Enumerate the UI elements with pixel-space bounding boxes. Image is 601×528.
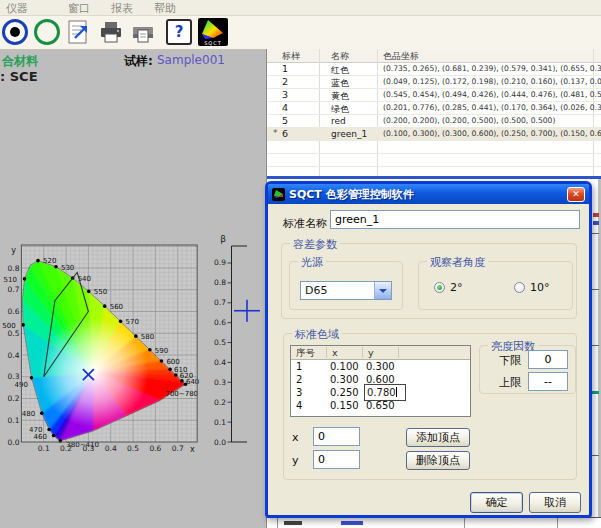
dialog-titlebar[interactable]: SQCT 色彩管理控制软件 ✕	[268, 184, 589, 204]
header-divider	[362, 347, 363, 358]
report-icon[interactable]	[66, 19, 92, 45]
svg-text:x: x	[190, 445, 195, 454]
row-id: 2	[282, 76, 288, 87]
row-id: 5	[282, 115, 288, 126]
chevron-glyph	[379, 289, 387, 293]
row-name: green_1	[331, 129, 367, 139]
svg-text:0.4: 0.4	[214, 358, 226, 367]
svg-text:510: 510	[4, 276, 17, 284]
toolbar: ? SQCT	[0, 16, 601, 50]
table-row[interactable]: 5 red (0.200, 0.200), (0.200, 0.500), (0…	[267, 114, 601, 128]
svg-text:620: 620	[180, 372, 193, 380]
vertex-id: 3	[296, 387, 302, 398]
close-icon[interactable]: ✕	[567, 187, 585, 202]
grid-line	[277, 518, 278, 528]
observer-group: 观察者角度 2° 10°	[418, 261, 573, 310]
vertex-y[interactable]: 0.650	[366, 400, 395, 411]
dialog-title: SQCT 色彩管理控制软件	[289, 187, 414, 202]
svg-text:580: 580	[141, 333, 154, 341]
illuminant-group: 光源 D65	[289, 261, 403, 310]
empty-row	[267, 166, 601, 176]
svg-text:β: β	[220, 234, 226, 244]
observer-10deg-radio[interactable]	[514, 282, 525, 293]
app-window: 仪器 窗口 报表 帮助	[0, 0, 601, 528]
vertex-table[interactable]: 序号 x y 1 0.100 0.300 2 0.300 0.600 3 0.2…	[290, 345, 471, 417]
hidden-grid-line	[592, 289, 599, 290]
y-coord-input[interactable]: 0	[313, 450, 360, 469]
observer-2deg-radio[interactable]	[434, 282, 445, 293]
svg-text:0.2: 0.2	[8, 394, 20, 403]
menu-help[interactable]: 帮助	[154, 1, 176, 16]
hidden-grid-line	[592, 233, 599, 234]
hidden-text-fragment	[593, 213, 599, 217]
delete-vertex-button[interactable]: 删除顶点	[406, 451, 470, 470]
upper-limit-input[interactable]: --	[528, 372, 568, 391]
col-index: 序号	[296, 347, 315, 360]
vertex-x[interactable]: 0.300	[330, 374, 359, 385]
table-row[interactable]: 1 红色 (0.735, 0.265), (0.681, 0.239), (0.…	[267, 62, 601, 76]
target-icon[interactable]	[2, 19, 28, 45]
help-glyph: ?	[175, 23, 184, 41]
vertex-x[interactable]: 0.100	[330, 361, 359, 372]
standard-edit-dialog: SQCT 色彩管理控制软件 ✕ 标准名称： green_1 容差参数 光源 D6…	[265, 181, 592, 518]
table-row[interactable]: 3 黄色 (0.545, 0.454), (0.494, 0.426), (0.…	[267, 88, 601, 102]
print-preview-icon[interactable]	[130, 19, 156, 45]
material-label: 合材料	[2, 53, 38, 70]
illuminant-select[interactable]: D65	[300, 281, 392, 300]
hidden-grid-line	[592, 345, 599, 346]
grid-line	[464, 518, 465, 528]
tolerance-group-label: 容差参数	[290, 237, 340, 252]
chevron-down-icon[interactable]	[374, 282, 391, 299]
x-coord-value: 0	[318, 430, 325, 443]
help-icon[interactable]: ?	[166, 19, 192, 45]
table-row[interactable]: 4 绿色 (0.201, 0.776), (0.285, 0.441), (0.…	[267, 101, 601, 115]
upper-limit-label: 上限	[499, 375, 521, 390]
svg-text:0.1: 0.1	[8, 416, 20, 425]
svg-text:530: 530	[61, 264, 74, 272]
print-preview-glyph	[130, 19, 156, 45]
lower-limit-input[interactable]: 0	[528, 350, 568, 369]
vertex-x[interactable]: 0.250	[330, 387, 359, 398]
svg-text:0.1: 0.1	[38, 444, 50, 453]
row-coords: (0.049, 0.125), (0.172, 0.198), (0.210, …	[383, 77, 601, 86]
empty-row	[267, 140, 601, 154]
ok-button[interactable]: 确定	[470, 492, 523, 513]
circle-icon[interactable]	[34, 19, 60, 45]
row-id: 6	[282, 128, 288, 139]
cancel-button[interactable]: 取消	[529, 492, 581, 513]
sqct-logo[interactable]: SQCT	[198, 18, 228, 46]
printer-icon[interactable]	[98, 19, 124, 45]
report-glyph	[66, 19, 92, 45]
table-row-selected[interactable]: * 6 green_1 (0.100, 0.300), (0.300, 0.60…	[267, 127, 601, 141]
hidden-grid-line	[592, 455, 599, 456]
header-divider	[326, 347, 327, 358]
empty-row	[267, 153, 601, 167]
hidden-text-fragment	[341, 521, 363, 525]
illuminant-value: D65	[305, 284, 327, 297]
svg-text:480: 480	[22, 410, 35, 418]
svg-text:380~410: 380~410	[66, 441, 99, 449]
svg-text:570: 570	[126, 318, 139, 326]
gamut-group-label: 标准色域	[292, 327, 342, 342]
vertex-x[interactable]: 0.150	[330, 400, 359, 411]
row-id: 4	[282, 102, 288, 113]
vertex-y-edit-cell[interactable]: 0.780	[364, 384, 406, 401]
standards-table-header: 标样 名称 色品坐标	[267, 49, 601, 63]
add-vertex-button[interactable]: 添加顶点	[406, 428, 470, 447]
x-coord-input[interactable]: 0	[313, 427, 360, 446]
table-row[interactable]: 2 蓝色 (0.049, 0.125), (0.172, 0.198), (0.…	[267, 75, 601, 89]
vertex-y[interactable]: 0.300	[366, 361, 395, 372]
menu-report[interactable]: 报表	[111, 1, 133, 16]
menu-window[interactable]: 窗口	[68, 1, 90, 16]
pane-splitter[interactable]	[267, 176, 601, 179]
svg-text:0.6: 0.6	[8, 307, 20, 316]
vertex-table-header: 序号 x y	[291, 346, 470, 360]
standard-name-value: green_1	[335, 213, 379, 226]
svg-text:700~780: 700~780	[165, 390, 198, 398]
svg-text:520: 520	[43, 257, 56, 265]
lower-limit-label: 下限	[499, 353, 521, 368]
standard-name-input[interactable]: green_1	[330, 210, 580, 229]
svg-text:0.6: 0.6	[214, 318, 226, 327]
svg-text:0.8: 0.8	[8, 264, 20, 273]
menu-instrument[interactable]: 仪器	[6, 1, 28, 16]
